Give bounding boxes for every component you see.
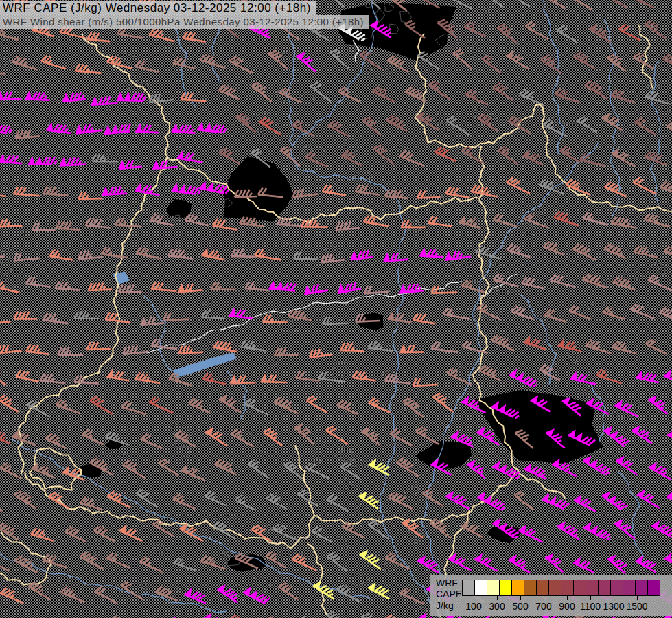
wind-barb: [156, 586, 178, 600]
contour-line: [577, 384, 590, 396]
wind-barb: [353, 371, 376, 380]
legend-tick-label: 100: [465, 601, 481, 612]
wind-barb: [312, 527, 332, 542]
wind-barb: [447, 117, 470, 135]
country-border: [313, 472, 515, 523]
wind-barb: [150, 214, 174, 225]
wind-barb-pennant: [384, 253, 390, 262]
wind-barb: [583, 274, 607, 288]
contour-line: [338, 478, 354, 490]
wind-barb: [596, 369, 622, 383]
contour-line: [347, 45, 356, 52]
wind-barb: [514, 492, 533, 510]
wind-barb: [577, 117, 596, 133]
wind-barb: [14, 187, 39, 196]
wind-barb: [507, 178, 530, 194]
wind-barb-pennant: [369, 459, 376, 468]
wind-barb: [50, 249, 73, 260]
wind-barb: [435, 147, 456, 161]
wind-barb: [560, 146, 580, 163]
wind-barb: [252, 82, 272, 101]
wind-barb: [140, 557, 163, 572]
wind-barb: [0, 219, 22, 227]
legend-color-cell: [586, 580, 599, 596]
wind-barb: [417, 190, 440, 198]
wind-barb: [385, 190, 408, 198]
wind-barb: [41, 56, 66, 69]
wind-barb: [201, 556, 226, 569]
wind-barb: [275, 348, 299, 356]
legend-label-parameter: CAPE: [436, 588, 462, 599]
legend-label-model: WRF: [436, 577, 458, 588]
wind-barb: [423, 490, 443, 506]
wind-barb-pennant: [475, 554, 483, 562]
wind-barb-pennant: [76, 125, 82, 133]
wind-barb: [56, 400, 80, 413]
contour-line: [176, 446, 192, 461]
wind-barb: [491, 335, 514, 351]
wind-barb-pennant: [219, 395, 227, 402]
wind-barb-pennant: [25, 91, 32, 100]
wind-barb: [336, 221, 360, 229]
contour-line: [480, 261, 506, 268]
contour-line: [126, 102, 139, 111]
wind-barb: [605, 244, 626, 258]
wind-barb: [428, 216, 452, 226]
contour-line: [435, 112, 445, 124]
legend-tick-label: 500: [512, 601, 528, 612]
legend-color-cell: [524, 580, 537, 596]
wind-barb: [321, 254, 345, 263]
wind-barb: [337, 400, 358, 415]
legend-tick-mark: [474, 596, 474, 600]
wind-barb: [306, 463, 329, 479]
wind-barb: [340, 462, 362, 479]
contour-line: [46, 119, 54, 122]
country-border: [307, 543, 329, 617]
wind-barb: [213, 341, 237, 352]
wind-barb-pennant: [614, 520, 623, 527]
wind-barb: [462, 280, 485, 293]
contour-line: [603, 280, 611, 285]
wind-barb-pennant: [172, 124, 178, 132]
legend-color-cell: [548, 580, 561, 596]
contour-line: [270, 360, 276, 365]
wind-barb: [116, 218, 142, 227]
contour-line: [398, 146, 408, 153]
legend-color-cell: [647, 580, 660, 596]
wind-barb: [87, 32, 110, 41]
wind-barb: [390, 429, 412, 446]
wind-barb: [58, 347, 83, 355]
contour-line: [626, 84, 663, 91]
wind-barb-pennant: [205, 428, 213, 435]
wind-barb-pennant: [368, 583, 375, 591]
wind-barb: [150, 94, 174, 103]
wind-barb: [181, 93, 207, 101]
contour-line: [625, 269, 645, 282]
contour-line: [312, 439, 327, 453]
wind-barb: [660, 182, 672, 196]
wind-barb: [360, 51, 381, 69]
contour-line: [351, 574, 370, 587]
wind-barb: [89, 283, 112, 290]
wind-barb-pennant: [637, 490, 645, 498]
wind-barb: [12, 56, 37, 70]
wind-barb: [15, 556, 38, 573]
wind-barb: [255, 249, 281, 260]
wind-barb: [159, 459, 178, 475]
contour-line: [402, 486, 419, 497]
wind-barb-pennant: [294, 424, 303, 431]
contour-line: [106, 216, 115, 222]
contour-line: [378, 511, 387, 518]
wind-barb: [0, 281, 19, 293]
wind-barb: [213, 219, 237, 230]
wind-barb: [173, 494, 195, 509]
wind-barb-pennant: [459, 216, 465, 224]
wind-barb: [645, 214, 670, 227]
river-line: [520, 295, 557, 385]
wind-barb-pennant: [0, 154, 5, 163]
wind-barb-pennant: [178, 284, 185, 292]
wind-barb: [403, 398, 423, 417]
contour-line: [222, 551, 231, 558]
wind-barb: [266, 552, 286, 568]
contour-line: [415, 76, 425, 88]
